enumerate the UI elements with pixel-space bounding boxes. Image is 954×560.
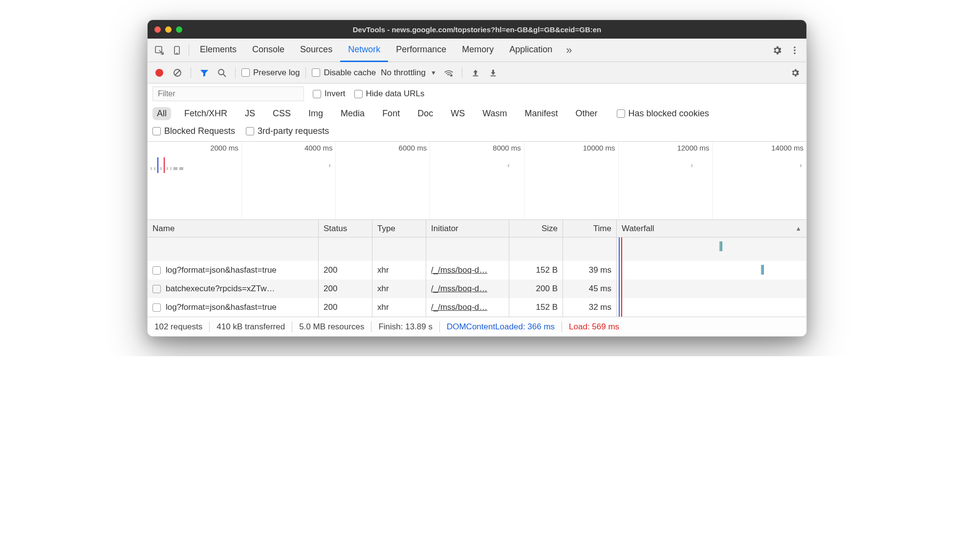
more-tabs-icon[interactable]: » [560,42,578,59]
col-header-type[interactable]: Type [372,220,426,237]
col-header-size[interactable]: Size [509,220,563,237]
third-party-label: 3rd-party requests [258,126,329,136]
filter-chip-img[interactable]: Img [304,107,327,120]
request-initiator-link[interactable]: /_/mss/boq-d… [431,302,487,312]
request-status: 200 [319,261,372,280]
search-icon[interactable] [215,65,229,80]
hide-data-urls-checkbox[interactable]: Hide data URLs [354,89,425,99]
close-window-button[interactable] [154,26,161,33]
svg-point-5 [794,52,796,54]
filter-chip-other[interactable]: Other [571,107,602,120]
device-mode-icon[interactable] [168,42,186,59]
svg-point-10 [450,74,453,77]
filter-chip-js[interactable]: JS [240,107,260,120]
network-conditions-icon[interactable] [441,65,456,80]
main-tabbar: Elements Console Sources Network Perform… [148,39,806,62]
status-bar: 102 requests 410 kB transferred 5.0 MB r… [148,317,806,336]
request-type: xhr [372,298,426,317]
request-size: 200 B [509,280,563,298]
status-resources: 5.0 MB resources [299,322,364,332]
disable-cache-checkbox[interactable]: Disable cache [312,68,376,78]
blocked-requests-checkbox[interactable]: Blocked Requests [152,126,235,136]
filter-chip-media[interactable]: Media [336,107,369,120]
status-load: Load: 569 ms [569,322,619,332]
filter-chip-doc[interactable]: Doc [413,107,437,120]
request-size: 152 B [509,298,563,317]
request-name: batchexecute?rpcids=xZTw… [166,284,275,294]
filter-row-3: Blocked Requests 3rd-party requests [148,123,806,142]
tab-memory[interactable]: Memory [454,39,501,62]
col-header-initiator[interactable]: Initiator [426,220,509,237]
col-header-status[interactable]: Status [319,220,372,237]
network-settings-gear-icon[interactable] [788,65,802,80]
timeline-tick: 6000 ms [399,144,427,152]
col-header-time[interactable]: Time [563,220,617,237]
minimize-window-button[interactable] [165,26,172,33]
svg-point-3 [794,46,796,48]
timeline-tick: 2000 ms [210,144,238,152]
request-initiator-link[interactable]: /_/mss/boq-d… [431,284,487,294]
preserve-log-label: Preserve log [253,68,300,78]
row-checkbox[interactable] [152,266,161,275]
request-size: 152 B [509,261,563,280]
upload-har-icon[interactable] [468,65,483,80]
table-row[interactable] [148,237,806,261]
throttling-label: No throttling [381,68,426,78]
col-header-name[interactable]: Name [148,220,319,237]
table-row[interactable]: log?format=json&hasfast=true 200 xhr /_/… [148,298,806,317]
invert-label: Invert [325,89,346,99]
status-transferred: 410 kB transferred [217,322,285,332]
filter-chip-css[interactable]: CSS [268,107,295,120]
status-finish: Finish: 13.89 s [378,322,433,332]
filter-chip-manifest[interactable]: Manifest [520,107,563,120]
filter-chip-wasm[interactable]: Wasm [478,107,511,120]
hide-data-urls-label: Hide data URLs [366,89,425,99]
table-header: Name Status Type Initiator Size Time Wat… [148,220,806,237]
invert-checkbox[interactable]: Invert [313,89,346,99]
record-button[interactable] [155,69,163,77]
request-time: 45 ms [563,280,617,298]
table-body: log?format=json&hasfast=true 200 xhr /_/… [148,237,806,317]
maximize-window-button[interactable] [176,26,182,33]
kebab-menu-icon[interactable] [786,42,803,59]
network-toolbar: Preserve log Disable cache No throttling… [148,62,806,84]
table-row[interactable]: log?format=json&hasfast=true 200 xhr /_/… [148,261,806,280]
filter-row-1: Invert Hide data URLs [148,84,806,104]
filter-chip-fetchxhr[interactable]: Fetch/XHR [180,107,232,120]
sort-indicator-icon: ▲ [795,225,802,232]
tab-sources[interactable]: Sources [292,39,340,62]
preserve-log-checkbox[interactable]: Preserve log [241,68,300,78]
tab-application[interactable]: Application [501,39,560,62]
tab-console[interactable]: Console [244,39,292,62]
clear-icon[interactable] [170,65,185,80]
filter-chip-all[interactable]: All [152,107,171,120]
third-party-requests-checkbox[interactable]: 3rd-party requests [246,126,329,136]
filter-chip-font[interactable]: Font [378,107,404,120]
timeline-tick: 14000 ms [771,144,803,152]
filter-type-row: All Fetch/XHR JS CSS Img Media Font Doc … [148,104,806,123]
timeline-tick: 12000 ms [677,144,709,152]
timeline-overview[interactable]: 2000 ms 4000 ms 6000 ms 8000 ms 10000 ms… [148,142,806,220]
request-initiator-link[interactable]: /_/mss/boq-d… [431,265,487,275]
row-checkbox[interactable] [152,303,161,312]
settings-gear-icon[interactable] [768,42,786,59]
filter-input[interactable] [152,86,304,101]
request-time: 39 ms [563,261,617,280]
titlebar: DevTools - news.google.com/topstories?hl… [148,20,806,39]
download-har-icon[interactable] [486,65,500,80]
status-requests: 102 requests [154,322,202,332]
has-blocked-cookies-label: Has blocked cookies [629,108,709,119]
inspect-icon[interactable] [151,42,168,59]
tab-performance[interactable]: Performance [388,39,454,62]
has-blocked-cookies-checkbox[interactable]: Has blocked cookies [617,108,709,119]
table-row[interactable]: batchexecute?rpcids=xZTw… 200 xhr /_/mss… [148,280,806,298]
tab-network[interactable]: Network [340,39,388,62]
throttling-dropdown[interactable]: No throttling ▼ [379,68,438,78]
svg-rect-12 [490,75,496,76]
row-checkbox[interactable] [152,285,161,293]
tab-elements[interactable]: Elements [192,39,244,62]
filter-chip-ws[interactable]: WS [446,107,469,120]
filter-funnel-icon[interactable] [197,65,212,80]
col-header-waterfall[interactable]: Waterfall ▲ [617,220,806,237]
request-status: 200 [319,280,372,298]
